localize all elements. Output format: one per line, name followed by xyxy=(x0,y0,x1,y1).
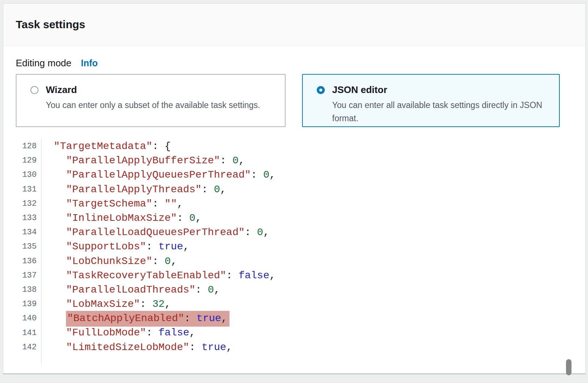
comma: , xyxy=(239,155,245,166)
line-content: "LobMaxSize": 32, xyxy=(66,298,171,310)
line-content: "ParallelApplyThreads": 0, xyxy=(66,184,226,195)
editing-mode-row: Editing mode Info xyxy=(16,57,585,69)
line-number: 137 xyxy=(3,268,37,283)
code-line[interactable]: "ParallelApplyQueuesPerThread": 0, xyxy=(41,168,585,182)
line-content: "LobChunkSize": 0, xyxy=(66,256,177,267)
line-number: 140 xyxy=(3,311,37,326)
colon: : xyxy=(146,241,159,252)
code-line[interactable]: "ParallelApplyBufferSize": 0, xyxy=(41,153,585,168)
editing-mode-label: Editing mode xyxy=(16,57,71,69)
line-content: "InlineLobMaxSize": 0, xyxy=(66,212,202,224)
json-key: "ParallelLoadQueuesPerThread" xyxy=(66,227,245,238)
comma: , xyxy=(221,313,227,324)
json-key: "BatchApplyEnabled" xyxy=(67,313,184,324)
code-line[interactable]: "FullLobMode": false, xyxy=(41,326,585,340)
colon: : xyxy=(184,313,196,324)
json-key: "ParallelLoadThreads" xyxy=(66,284,195,295)
code-line[interactable]: "ParallelLoadQueuesPerThread": 0, xyxy=(41,225,585,239)
tile-wizard[interactable]: Wizard You can enter only a subset of th… xyxy=(16,74,286,127)
line-number: 130 xyxy=(3,168,37,182)
code-line[interactable]: "TargetMetadata": { xyxy=(41,139,585,153)
colon: : xyxy=(152,198,165,209)
colon: : xyxy=(251,169,263,181)
comma: , xyxy=(226,342,232,353)
json-key: "LobMaxSize" xyxy=(66,298,140,310)
json-key: "ParallelApplyThreads" xyxy=(66,184,202,195)
line-content: "TargetMetadata": { xyxy=(54,141,171,152)
editor-code-area[interactable]: "TargetMetadata": { "ParallelApplyBuffer… xyxy=(41,139,585,364)
line-number: 135 xyxy=(3,239,37,254)
editor-line-number-gutter: 1281291301311321331341351361371381391401… xyxy=(3,139,41,364)
line-number: 133 xyxy=(3,211,37,225)
page-title: Task settings xyxy=(16,18,85,31)
comma: , xyxy=(195,212,202,224)
line-content: "ParallelApplyBufferSize": 0, xyxy=(66,155,245,166)
code-line[interactable]: "BatchApplyEnabled": true, xyxy=(41,311,585,326)
colon: : xyxy=(140,298,152,310)
comma: , xyxy=(183,241,189,252)
line-content: "FullLobMode": false, xyxy=(66,327,195,338)
json-value: false xyxy=(239,270,269,281)
code-line[interactable]: "InlineLobMaxSize": 0, xyxy=(41,211,585,225)
code-line[interactable]: "SupportLobs": true, xyxy=(41,239,585,254)
json-value: false xyxy=(158,327,189,338)
json-key: "FullLobMode" xyxy=(66,327,146,338)
colon: : xyxy=(146,327,159,338)
code-line[interactable]: "LobMaxSize": 32, xyxy=(41,297,585,311)
json-value: "" xyxy=(165,198,177,209)
json-value: true xyxy=(202,342,226,353)
line-content: "TargetSchema": "", xyxy=(66,198,183,209)
colon: : xyxy=(202,184,214,195)
wizard-radio-label: Wizard xyxy=(46,84,77,96)
json-code-editor[interactable]: 1281291301311321331341351361371381391401… xyxy=(3,139,585,364)
json-editor-description: You can enter all available task setting… xyxy=(332,98,552,125)
card-header: Task settings xyxy=(3,4,585,46)
json-editor-radio-label: JSON editor xyxy=(332,84,387,96)
code-line[interactable]: "ParallelLoadThreads": 0, xyxy=(41,283,585,297)
line-number: 139 xyxy=(3,297,37,311)
highlighted-text: "BatchApplyEnabled": true, xyxy=(66,311,229,327)
line-content: "ParallelLoadThreads": 0, xyxy=(66,284,220,295)
json-key: "TargetMetadata" xyxy=(54,141,152,152)
comma: , xyxy=(177,198,183,209)
code-line[interactable]: "TargetSchema": "", xyxy=(41,197,585,211)
comma: , xyxy=(189,327,195,338)
line-number: 134 xyxy=(3,225,37,239)
editor-scrollbar-thumb[interactable] xyxy=(566,359,572,375)
editing-mode-tiles: Wizard You can enter only a subset of th… xyxy=(16,74,585,127)
line-number: 141 xyxy=(3,326,37,340)
comma: , xyxy=(214,284,220,295)
json-value: 0 xyxy=(263,169,269,181)
json-key: "LimitedSizeLobMode" xyxy=(66,342,189,353)
code-line[interactable]: "ParallelApplyThreads": 0, xyxy=(41,182,585,197)
colon: : xyxy=(152,256,165,267)
task-settings-card: Task settings Editing mode Info Wizard Y… xyxy=(3,3,586,374)
json-editor-radio-button[interactable] xyxy=(317,86,325,94)
line-number: 131 xyxy=(3,182,37,197)
colon: : xyxy=(189,342,202,353)
line-content: "TaskRecoveryTableEnabled": false, xyxy=(66,270,275,281)
json-value: 0 xyxy=(257,227,263,238)
code-line[interactable]: "LobChunkSize": 0, xyxy=(41,254,585,268)
comma: , xyxy=(220,184,226,195)
tile-json-editor[interactable]: JSON editor You can enter all available … xyxy=(302,74,560,127)
json-value: 0 xyxy=(189,212,195,224)
json-editor-radio-row: JSON editor xyxy=(317,84,552,96)
line-number: 132 xyxy=(3,197,37,211)
comma: , xyxy=(269,270,276,281)
json-value: 0 xyxy=(214,184,220,195)
line-number: 129 xyxy=(3,153,37,168)
line-content: "SupportLobs": true, xyxy=(66,241,189,252)
line-content: "ParallelLoadQueuesPerThread": 0, xyxy=(66,227,269,238)
code-line[interactable]: "LimitedSizeLobMode": true, xyxy=(41,340,585,354)
line-content: "LimitedSizeLobMode": true, xyxy=(66,342,232,353)
wizard-radio-button[interactable] xyxy=(30,86,38,94)
colon: : xyxy=(195,284,208,295)
line-number: 138 xyxy=(3,283,37,297)
json-value: { xyxy=(165,141,171,152)
colon: : xyxy=(177,212,190,224)
info-link[interactable]: Info xyxy=(81,58,98,68)
json-key: "LobChunkSize" xyxy=(66,256,152,267)
code-line[interactable]: "TaskRecoveryTableEnabled": false, xyxy=(41,268,585,283)
json-value: 0 xyxy=(232,155,239,166)
